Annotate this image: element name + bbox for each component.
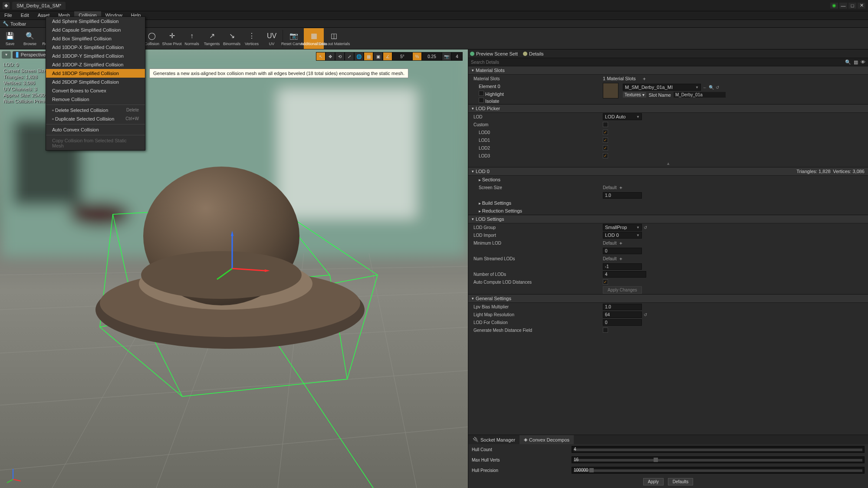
- asset-tab[interactable]: SM_Derby_01a_SM*: [12, 2, 66, 10]
- scale-snap-value[interactable]: 0.25: [422, 52, 442, 61]
- lod3-checkbox[interactable]: [603, 153, 608, 158]
- scale-mode-icon[interactable]: ⤢: [345, 52, 354, 61]
- collision-menu-item[interactable]: Remove Collision: [46, 95, 145, 104]
- lod1-checkbox[interactable]: [603, 138, 608, 143]
- collision-menu-item[interactable]: Add 10DOP-Z Simplified Collision: [46, 60, 145, 69]
- hullprec-slider[interactable]: 100000: [572, 467, 865, 474]
- maxverts-slider[interactable]: 16: [572, 456, 865, 463]
- tab-convex-decompos[interactable]: ◈Convex Decompos: [519, 435, 574, 444]
- reset-material-icon[interactable]: ↺: [716, 85, 719, 90]
- toolbar-save[interactable]: 💾Save: [0, 28, 20, 49]
- slot-name-input[interactable]: M_Derby_01a: [674, 92, 726, 98]
- lod-dropdown[interactable]: LOD Auto▼: [603, 113, 642, 120]
- filter-icon[interactable]: ▥: [854, 59, 858, 65]
- collision-menu-item[interactable]: Add Box Simplified Collision: [46, 34, 145, 43]
- add-numstream-icon[interactable]: ＋: [618, 255, 623, 262]
- collision-menu-item[interactable]: Add 10DOP-X Simplified Collision: [46, 43, 145, 52]
- section-lod0[interactable]: ▾LOD 0Triangles: 1,828 Vertices: 3,086: [468, 167, 868, 176]
- reset-lightmap-icon[interactable]: ↺: [644, 312, 647, 317]
- toolbar-binormals[interactable]: ↘Binormals: [222, 28, 242, 49]
- angle-snap-value[interactable]: 5°: [392, 52, 412, 61]
- angle-snap-icon[interactable]: ∠: [383, 52, 392, 61]
- tab-details[interactable]: Details: [523, 51, 544, 56]
- apply-button[interactable]: Apply: [643, 478, 664, 485]
- reset-lodgroup-icon[interactable]: ↺: [644, 225, 647, 230]
- use-material-icon[interactable]: 🔍: [709, 85, 714, 90]
- collision-menu-item[interactable]: ▫ Duplicate Selected CollisionCtrl+W: [46, 115, 145, 123]
- lod2-checkbox[interactable]: [603, 145, 608, 151]
- tab-preview-scene[interactable]: Preview Scene Sett: [470, 51, 518, 56]
- camera-speed-value[interactable]: 4: [451, 52, 463, 61]
- rotate-mode-icon[interactable]: ⟲: [335, 52, 345, 61]
- collision-menu-item[interactable]: Add 18DOP Simplified Collision: [46, 69, 145, 78]
- source-control-icon[interactable]: ◉: [830, 3, 838, 9]
- coord-space-icon[interactable]: 🌐: [354, 52, 364, 61]
- reduction-settings[interactable]: ▸ Reduction Settings: [468, 208, 603, 213]
- collision-menu-item[interactable]: Add 10DOP-Y Simplified Collision: [46, 52, 145, 60]
- maximize-button[interactable]: □: [848, 3, 856, 9]
- translate-mode-icon[interactable]: ✥: [326, 52, 335, 61]
- menu-edit[interactable]: Edit: [16, 11, 33, 20]
- section-general[interactable]: ▾General Settings: [468, 294, 868, 303]
- lod-import-dropdown[interactable]: LOD 0▼: [603, 232, 642, 239]
- toolbar-uv[interactable]: UVUV: [262, 28, 282, 49]
- defaults-button[interactable]: Defaults: [668, 478, 694, 485]
- hullcount-slider[interactable]: 4: [572, 446, 865, 453]
- viewport-perspective[interactable]: ▋ Perspective: [13, 51, 49, 59]
- section-material-slots[interactable]: ▾Material Slots: [468, 66, 868, 75]
- add-slot-icon[interactable]: ＋: [642, 75, 647, 82]
- toolbar-normals[interactable]: ↑Normals: [182, 28, 202, 49]
- autocompute-checkbox[interactable]: [603, 279, 608, 285]
- select-mode-icon[interactable]: ↖: [316, 52, 326, 61]
- build-settings[interactable]: ▸ Build Settings: [468, 200, 603, 206]
- section-lod-settings[interactable]: ▾LOD Settings: [468, 215, 868, 223]
- search-input[interactable]: [471, 60, 843, 65]
- material-dropdown[interactable]: M_SM_Derby_01a_MI▼: [623, 84, 701, 91]
- material-thumbnail[interactable]: [603, 83, 618, 98]
- surface-snap-icon[interactable]: ▣: [373, 52, 383, 61]
- viewport-options[interactable]: ▾: [2, 51, 11, 59]
- toolbar-show-pivot[interactable]: ✛Show Pivot: [162, 28, 182, 49]
- scale-snap-icon[interactable]: %: [412, 52, 422, 61]
- expand-lods-icon[interactable]: ▴: [468, 160, 868, 167]
- numstream-input[interactable]: -1: [603, 263, 642, 270]
- lod0-checkbox[interactable]: [603, 130, 608, 135]
- minlod-input[interactable]: 0: [603, 248, 642, 254]
- close-button[interactable]: ✕: [858, 3, 865, 9]
- toolbar-bake-out-materials[interactable]: ◫Bake out Materials: [324, 28, 344, 49]
- browse-material-icon[interactable]: ←: [703, 85, 707, 90]
- toolbar-tangents[interactable]: ↗Tangents: [202, 28, 222, 49]
- toolbar-chevron-icon[interactable]: 🔧: [3, 21, 9, 26]
- lodcol-input[interactable]: 0: [603, 319, 642, 326]
- toolbar-vertices[interactable]: ⋮Vertices: [242, 28, 262, 49]
- search-icon[interactable]: 🔍: [845, 59, 851, 65]
- collision-menu-item[interactable]: Add Capsule Simplified Collision: [46, 26, 145, 34]
- apply-changes-button[interactable]: Apply Changes: [603, 286, 642, 294]
- lod-group-dropdown[interactable]: SmallProp▼: [603, 224, 642, 231]
- toolbar-browse[interactable]: 🔍Browse: [20, 28, 40, 49]
- numlods-input[interactable]: 4: [603, 271, 646, 278]
- add-minlod-icon[interactable]: ＋: [618, 240, 623, 246]
- lpv-input[interactable]: 1.0: [603, 304, 642, 310]
- lightmap-input[interactable]: 64: [603, 311, 642, 318]
- grid-snap-icon[interactable]: ▦: [364, 52, 373, 61]
- collision-menu-item[interactable]: Add Sphere Simplified Collision: [46, 17, 145, 26]
- custom-checkbox[interactable]: [603, 122, 608, 127]
- eye-icon[interactable]: 👁: [861, 59, 865, 65]
- section-lod-picker[interactable]: ▾LOD Picker: [468, 104, 868, 113]
- collision-menu-item[interactable]: Convert Boxes to Convex: [46, 86, 145, 95]
- textures-dropdown[interactable]: Textures ▾: [623, 92, 646, 98]
- isolate-checkbox[interactable]: [479, 98, 484, 103]
- mdf-checkbox[interactable]: [603, 328, 608, 333]
- lod0-sections[interactable]: ▸ Sections: [468, 177, 603, 182]
- camera-speed-icon[interactable]: 📷: [442, 52, 451, 61]
- highlight-checkbox[interactable]: [479, 91, 484, 96]
- collision-menu-item[interactable]: Add 26DOP Simplified Collision: [46, 78, 145, 86]
- collision-menu-item[interactable]: Auto Convex Collision: [46, 125, 145, 134]
- menu-file[interactable]: File: [0, 11, 16, 20]
- collision-menu-item[interactable]: ▫ Delete Selected CollisionDelete: [46, 106, 145, 115]
- tab-socket-manager[interactable]: 🔌Socket Manager: [468, 435, 519, 444]
- minimize-button[interactable]: —: [839, 3, 847, 9]
- screensize-input[interactable]: 1.0: [603, 192, 642, 199]
- add-screensize-icon[interactable]: ＋: [618, 184, 623, 191]
